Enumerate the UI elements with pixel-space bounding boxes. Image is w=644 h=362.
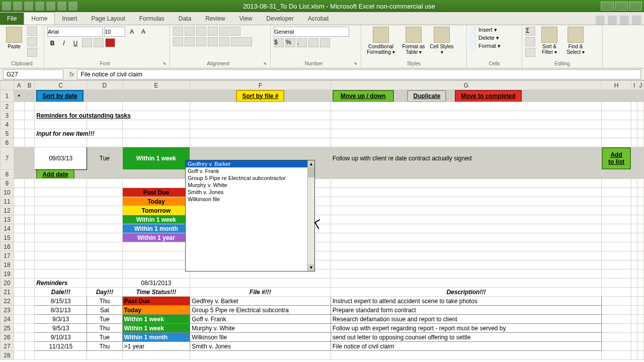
- cell[interactable]: [637, 179, 644, 188]
- tab-view[interactable]: View: [232, 13, 260, 25]
- file-tab[interactable]: File: [0, 13, 24, 25]
- close-button[interactable]: [629, 2, 642, 11]
- cell[interactable]: [35, 197, 87, 206]
- cell[interactable]: [637, 120, 644, 129]
- help-icon[interactable]: [608, 16, 617, 25]
- tab-home[interactable]: Home: [24, 12, 55, 25]
- cell[interactable]: [637, 188, 644, 197]
- cell[interactable]: [602, 315, 631, 324]
- italic-button[interactable]: I: [59, 38, 69, 48]
- cell[interactable]: [87, 260, 122, 269]
- spreadsheet[interactable]: ABCDEFGHIJ 1•Sort by dateSort by file #M…: [0, 80, 644, 360]
- cell[interactable]: [24, 129, 35, 138]
- cell[interactable]: [331, 242, 601, 251]
- cell[interactable]: [637, 342, 644, 351]
- task-status[interactable]: Within 1 month: [122, 333, 190, 342]
- cell[interactable]: [602, 224, 631, 233]
- task-file[interactable]: Group 5 Pipe re Electrical subcontra: [190, 306, 331, 315]
- cell[interactable]: [35, 138, 87, 147]
- scroll-up-arrow-icon[interactable]: ▲: [308, 160, 314, 167]
- tab-acrobat[interactable]: Acrobat: [301, 13, 336, 25]
- cell[interactable]: [24, 111, 35, 120]
- cell[interactable]: [331, 120, 601, 129]
- task-day[interactable]: Thu: [87, 324, 122, 333]
- cell[interactable]: [631, 197, 637, 206]
- cell[interactable]: [631, 111, 637, 120]
- cell[interactable]: [24, 206, 35, 215]
- cell[interactable]: [14, 179, 24, 188]
- move-up-down-button[interactable]: Move up / down: [333, 90, 394, 102]
- undo-icon[interactable]: [24, 2, 33, 11]
- cell[interactable]: [35, 179, 87, 188]
- cell[interactable]: [87, 102, 122, 111]
- cell[interactable]: [631, 170, 637, 179]
- cell[interactable]: [331, 279, 601, 288]
- cell[interactable]: [631, 269, 637, 279]
- select-all-corner[interactable]: [1, 81, 14, 90]
- align-bottom-icon[interactable]: [196, 27, 206, 36]
- cell[interactable]: [631, 279, 637, 288]
- cell[interactable]: [24, 279, 35, 288]
- row-header[interactable]: 14: [1, 224, 14, 233]
- align-center-icon[interactable]: [185, 37, 195, 46]
- cell[interactable]: [637, 138, 644, 147]
- cell[interactable]: [122, 251, 190, 260]
- cell[interactable]: [637, 279, 644, 288]
- cell[interactable]: [331, 269, 601, 279]
- task-day[interactable]: Tue: [87, 315, 122, 324]
- cell[interactable]: [602, 269, 631, 279]
- cell[interactable]: [631, 306, 637, 315]
- cell[interactable]: [14, 251, 24, 260]
- cell[interactable]: [14, 279, 24, 288]
- number-format-select[interactable]: [274, 27, 349, 37]
- cell[interactable]: [602, 297, 631, 306]
- window-icon[interactable]: [620, 16, 629, 25]
- row-header[interactable]: 23: [1, 306, 14, 315]
- cell[interactable]: [14, 188, 24, 197]
- dropdown-item[interactable]: Wilkinson file: [186, 196, 314, 203]
- cell[interactable]: [87, 206, 122, 215]
- cell[interactable]: [602, 279, 631, 288]
- cell[interactable]: [14, 324, 24, 333]
- task-description[interactable]: Instruct expert to attend accident scene…: [331, 297, 601, 306]
- cell[interactable]: [631, 147, 637, 170]
- underline-button[interactable]: U: [70, 38, 80, 48]
- cell[interactable]: [14, 269, 24, 279]
- cell[interactable]: [24, 306, 35, 315]
- cell[interactable]: [637, 269, 644, 279]
- cell[interactable]: [331, 197, 601, 206]
- add-to-list-button[interactable]: Addto list: [602, 147, 631, 169]
- align-top-icon[interactable]: [173, 27, 183, 36]
- cell[interactable]: [637, 206, 644, 215]
- cell-styles-button[interactable]: Cell Styles ▾: [430, 27, 454, 55]
- cell[interactable]: [631, 251, 637, 260]
- cell[interactable]: [24, 342, 35, 351]
- row-header[interactable]: 26: [1, 333, 14, 342]
- cell[interactable]: [14, 129, 24, 138]
- cell[interactable]: Sort by date: [35, 90, 87, 102]
- row-header[interactable]: 22: [1, 297, 14, 306]
- cell[interactable]: [35, 269, 87, 279]
- shrink-font-icon[interactable]: A: [138, 27, 148, 37]
- cell[interactable]: [14, 215, 24, 224]
- cell[interactable]: [87, 120, 122, 129]
- cell[interactable]: [331, 251, 601, 260]
- cell[interactable]: [331, 170, 601, 179]
- dropdown-item[interactable]: Goff v. Frank: [186, 167, 314, 174]
- merge-icon[interactable]: [231, 37, 252, 46]
- cell[interactable]: [87, 215, 122, 224]
- cell[interactable]: [35, 351, 87, 360]
- dec-decimal-icon[interactable]: [320, 38, 330, 47]
- cell[interactable]: [87, 90, 122, 102]
- cell[interactable]: [631, 233, 637, 242]
- fill-icon[interactable]: [525, 37, 535, 46]
- cell[interactable]: [24, 242, 35, 251]
- cell[interactable]: [602, 129, 631, 138]
- redo-icon[interactable]: [35, 2, 44, 11]
- task-file[interactable]: Goff v. Frank: [190, 315, 331, 324]
- minimize-ribbon-icon[interactable]: [596, 16, 605, 25]
- sort-by-date-button[interactable]: Sort by date: [36, 90, 83, 102]
- cell[interactable]: [87, 224, 122, 233]
- align-right-icon[interactable]: [196, 37, 206, 46]
- cell[interactable]: [35, 233, 87, 242]
